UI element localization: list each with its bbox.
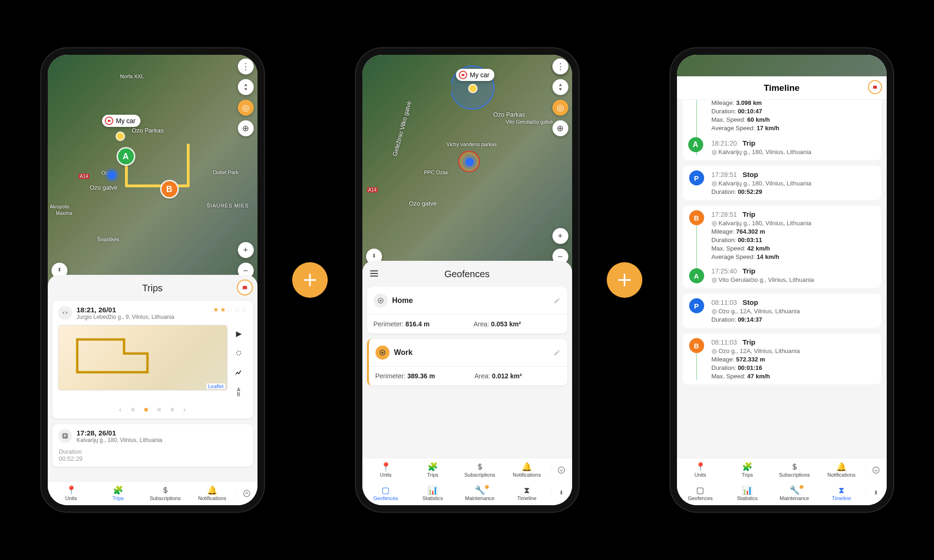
map-compass-button[interactable] <box>238 79 254 95</box>
geofence-icon <box>375 346 390 360</box>
menu-button[interactable] <box>369 268 379 279</box>
unit-avatar[interactable] <box>868 80 882 94</box>
geofence-card-active[interactable]: Work Perimeter: 389.36 m Area: 0.012 km² <box>367 339 567 385</box>
svg-point-11 <box>382 352 383 354</box>
svg-text:P: P <box>64 434 66 438</box>
map-view[interactable]: Ozo Parkas Vichy vandens parkas PPC Ozas… <box>362 55 572 270</box>
target-icon: ◎ <box>712 148 717 155</box>
geofence-card[interactable]: Home Perimeter: 816.4 m Area: 0.053 km² <box>367 287 567 333</box>
unit-avatar[interactable] <box>237 280 253 295</box>
timeline-card[interactable]: Mileage: 3.098 km Duration: 00:10:47 Max… <box>683 100 881 160</box>
zoom-in-button[interactable]: + <box>552 228 568 244</box>
nav-pin[interactable] <box>865 490 887 497</box>
nav-expand[interactable] <box>236 489 257 498</box>
nav-geofences[interactable]: ▢Geofences <box>677 486 724 501</box>
plus-badge <box>607 262 642 298</box>
nav-statistics[interactable]: 📊Statistics <box>724 486 771 501</box>
trip-address: Jurgio Lebedžio g., 9, Vilnius, Lithuani… <box>77 314 208 320</box>
nav-timeline[interactable]: ⧗Timeline <box>818 486 865 501</box>
nav-timeline[interactable]: ⧗Timeline <box>503 486 551 501</box>
timeline-card[interactable]: P 17:28:51Stop ◎Kalvarijų g., 180, Vilni… <box>683 166 881 200</box>
chart-button[interactable] <box>232 366 245 379</box>
nav-units[interactable]: 📍Units <box>362 463 410 478</box>
car-icon <box>105 117 113 125</box>
timeline-card[interactable]: P 08:11:03Stop ◎Ozo g., 12A, Vilnius, Li… <box>683 294 881 328</box>
nav-notifications[interactable]: 🔔Notifications <box>818 463 865 478</box>
nav-notifications[interactable]: 🔔Notifications <box>503 463 551 478</box>
route-marker-b: B <box>162 181 177 197</box>
map-locate-button[interactable]: ⊕ <box>552 120 568 136</box>
map-compass-button[interactable] <box>552 79 568 95</box>
ab-toggle-button[interactable]: A B <box>232 386 245 399</box>
timeline-card[interactable]: B 08:11:03Trip ◎Ozo g., 12A, Vilnius, Li… <box>683 333 881 384</box>
trip-time: 18:21, 26/01 <box>77 306 208 314</box>
nav-subscriptions[interactable]: ＄Subscriptions <box>771 463 818 478</box>
nav-maintenance[interactable]: 🔧Maintenance <box>771 486 818 501</box>
nav-trips[interactable]: 🧩Trips <box>409 463 456 478</box>
timeline-badge-p: P <box>689 170 704 185</box>
stop-card[interactable]: P 17:28, 26/01 Kalvarijų g., 180, Vilniu… <box>52 424 253 467</box>
nav-subscriptions[interactable]: ＄Subscriptions <box>142 486 189 501</box>
map-view[interactable]: Ozas Ozo Parkas Ozo gatvė Outlet Park Šn… <box>48 55 257 284</box>
gps-dot <box>108 171 116 179</box>
phone-trips: Ozas Ozo Parkas Ozo gatvė Outlet Park Šn… <box>41 48 264 512</box>
timeline-badge-b: B <box>689 338 704 353</box>
timeline-card[interactable]: BA 17:28:51Trip ◎Kalvarijų g., 180, Viln… <box>683 206 881 288</box>
trip-minimap[interactable]: Leaflet <box>58 325 228 391</box>
svg-point-9 <box>380 300 382 302</box>
nav-units[interactable]: 📍Units <box>48 486 95 501</box>
trip-rating[interactable]: ★★☆☆☆ <box>213 306 247 313</box>
timeline-badge-a: A <box>689 268 704 283</box>
bottom-nav: 📍Units 🧩Trips ＄Subscriptions 🔔Notificati… <box>48 481 257 505</box>
svg-point-12 <box>558 467 565 473</box>
carousel-next[interactable]: › <box>184 405 186 414</box>
svg-point-13 <box>873 467 879 473</box>
nav-collapse[interactable] <box>865 466 887 474</box>
phone-timeline: Timeline Mileage: 3.098 km Duration: 00:… <box>670 48 893 512</box>
map-search-button-left[interactable] <box>366 59 374 66</box>
gps-dot <box>465 158 474 166</box>
geofence-home-shape <box>451 59 507 116</box>
phone-geofences: Ozo Parkas Vichy vandens parkas PPC Ozas… <box>356 48 579 512</box>
route-toggle-button[interactable] <box>232 346 245 360</box>
unit-dot <box>117 133 124 140</box>
svg-point-0 <box>236 351 241 355</box>
nav-trips[interactable]: 🧩Trips <box>95 486 142 501</box>
nav-subscriptions[interactable]: ＄Subscriptions <box>456 463 504 478</box>
map-more-button[interactable]: ⋮ <box>238 59 254 74</box>
nav-collapse[interactable] <box>551 466 572 474</box>
timeline-badge-b: B <box>689 210 704 225</box>
geofences-panel: Geofences Home Perimeter: 816.4 m Area: … <box>362 261 572 505</box>
nav-pin[interactable] <box>551 490 572 497</box>
nav-geofences[interactable]: ▢Geofences <box>362 486 410 501</box>
timeline-badge-a: A <box>688 137 703 152</box>
panel-title: Geofences <box>444 269 490 280</box>
svg-point-3 <box>243 490 250 497</box>
nav-trips[interactable]: 🧩Trips <box>724 463 771 478</box>
map-layers-button[interactable]: ◎ <box>552 100 568 116</box>
parking-icon: P <box>58 429 72 443</box>
nav-notifications[interactable]: 🔔Notifications <box>189 486 236 501</box>
panel-title: Trips <box>142 283 163 294</box>
edit-icon[interactable] <box>553 349 561 356</box>
nav-maintenance[interactable]: 🔧Maintenance <box>456 486 504 501</box>
carousel-prev[interactable]: ‹ <box>119 405 121 414</box>
play-button[interactable]: ▶ <box>232 327 245 340</box>
nav-units[interactable]: 📍Units <box>677 463 724 478</box>
trip-card[interactable]: 18:21, 26/01 Jurgio Lebedžio g., 9, Viln… <box>52 301 253 419</box>
svg-point-7 <box>367 60 371 64</box>
map-locate-button[interactable]: ⊕ <box>238 120 254 136</box>
map-more-button[interactable]: ⋮ <box>552 59 568 74</box>
nav-statistics[interactable]: 📊Statistics <box>409 486 456 501</box>
bottom-nav: 📍Units 🧩Trips ＄Subscriptions 🔔Notificati… <box>362 458 572 505</box>
bottom-nav: 📍Units 🧩Trips ＄Subscriptions 🔔Notificati… <box>677 458 887 505</box>
timeline-panel: Timeline Mileage: 3.098 km Duration: 00:… <box>677 76 887 505</box>
car-icon <box>459 71 467 79</box>
map-layers-button[interactable]: ◎ <box>238 100 254 116</box>
zoom-in-button[interactable]: + <box>238 242 254 258</box>
trips-panel: Trips 18:21, 26/01 Jurgio Lebedžio g., 9… <box>48 275 257 505</box>
unit-bubble[interactable]: My car <box>102 115 140 127</box>
timeline-title: Timeline <box>764 83 800 93</box>
edit-icon[interactable] <box>553 297 561 304</box>
unit-bubble[interactable]: My car <box>456 69 494 81</box>
